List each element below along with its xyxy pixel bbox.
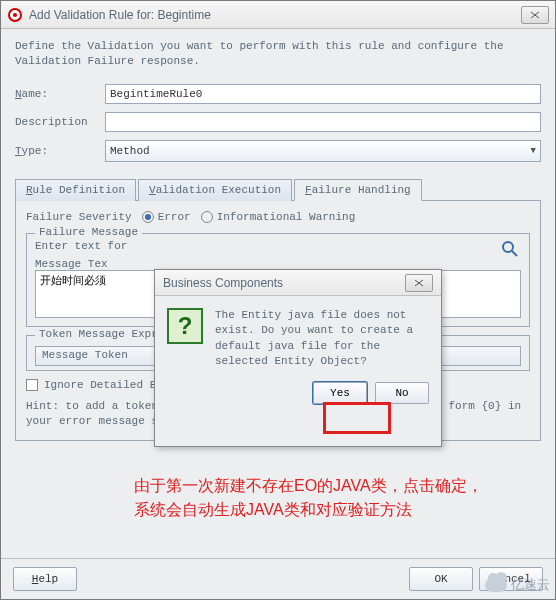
help-button[interactable]: Help bbox=[13, 567, 77, 591]
severity-label: Failure Severity bbox=[26, 211, 132, 223]
watermark: 亿速云 bbox=[485, 576, 550, 594]
titlebar: Add Validation Rule for: Begintime bbox=[1, 1, 555, 29]
name-label: Name: bbox=[15, 88, 105, 100]
svg-point-1 bbox=[13, 13, 17, 17]
close-button[interactable] bbox=[521, 6, 549, 24]
description-label: Description bbox=[15, 116, 105, 128]
chevron-down-icon: ▼ bbox=[531, 146, 536, 156]
tab-bar: Rule Definition Validation Execution Fai… bbox=[15, 178, 541, 201]
footer-bar: Help OK Cancel bbox=[1, 558, 555, 599]
radio-warning[interactable] bbox=[201, 211, 213, 223]
modal-close-button[interactable] bbox=[405, 274, 433, 292]
close-icon bbox=[414, 279, 424, 287]
radio-error[interactable] bbox=[142, 211, 154, 223]
tab-failure-handling[interactable]: Failure Handling bbox=[294, 179, 422, 201]
no-button[interactable]: No bbox=[375, 382, 429, 404]
modal-titlebar: Business Components bbox=[155, 270, 441, 296]
close-icon bbox=[530, 11, 540, 19]
search-icon[interactable] bbox=[501, 240, 519, 258]
svg-line-5 bbox=[512, 251, 517, 256]
watermark-text: 亿速云 bbox=[511, 576, 550, 594]
yes-button[interactable]: Yes bbox=[313, 382, 367, 404]
app-icon bbox=[7, 7, 23, 23]
tab-validation-execution[interactable]: Validation Execution bbox=[138, 179, 292, 201]
intro-text: Define the Validation you want to perfor… bbox=[15, 39, 541, 70]
name-input[interactable] bbox=[105, 84, 541, 104]
window-title: Add Validation Rule for: Begintime bbox=[29, 8, 521, 22]
ok-button[interactable]: OK bbox=[409, 567, 473, 591]
radio-error-label: Error bbox=[158, 211, 191, 223]
severity-row: Failure Severity Error Informational War… bbox=[26, 211, 530, 223]
tab-rule-definition[interactable]: Rule Definition bbox=[15, 179, 136, 201]
cloud-icon bbox=[485, 578, 507, 592]
type-select[interactable]: Method ▼ bbox=[105, 140, 541, 162]
modal-title: Business Components bbox=[163, 276, 405, 290]
failure-message-legend: Failure Message bbox=[35, 226, 142, 238]
ignore-checkbox[interactable] bbox=[26, 379, 38, 391]
message-text-label: Message Tex bbox=[35, 258, 108, 270]
description-input[interactable] bbox=[105, 112, 541, 132]
type-label: Type: bbox=[15, 145, 105, 157]
question-icon: ? bbox=[167, 308, 203, 344]
type-value: Method bbox=[110, 145, 150, 157]
svg-point-4 bbox=[503, 242, 513, 252]
confirm-dialog: Business Components ? The Entity java fi… bbox=[154, 269, 442, 447]
failure-message-intro: Enter text for bbox=[35, 240, 515, 252]
modal-message: The Entity java file does not exist. Do … bbox=[215, 308, 429, 370]
radio-warning-label: Informational Warning bbox=[217, 211, 356, 223]
